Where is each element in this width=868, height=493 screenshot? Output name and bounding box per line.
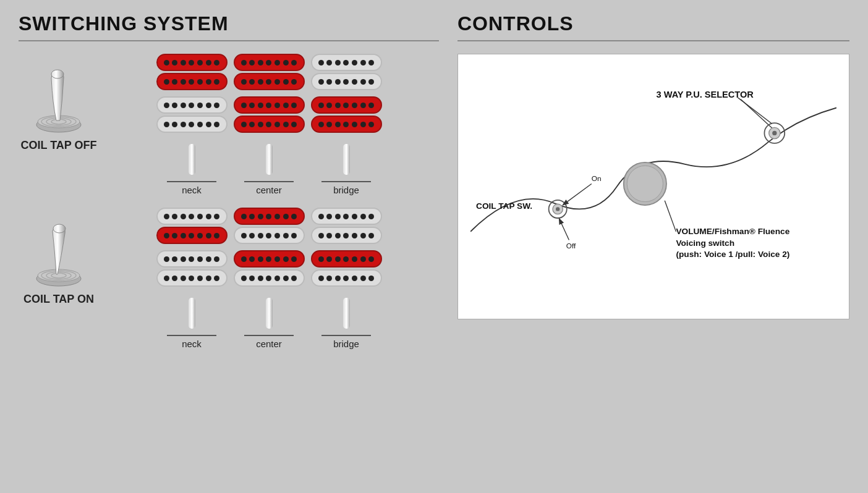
bridge-on-lower-pair [311,250,382,287]
svg-text:3 WAY P.U. SELECTOR: 3 WAY P.U. SELECTOR [657,90,754,99]
coil-tap-on-left: COIL TAP ON [19,208,99,306]
dot [258,276,263,281]
dot [181,256,186,262]
bridge-pickup-on [311,208,382,290]
bridge-on-coil-1 [311,208,382,225]
dot [181,233,186,238]
bridge-coil-4 [311,116,382,133]
dot [172,276,177,281]
dot [241,122,247,127]
dot [343,276,349,281]
dot [164,233,169,238]
dot [318,276,324,281]
dot [266,122,271,127]
dot [326,233,332,238]
dot [249,103,255,108]
dot [214,79,219,85]
dot [214,122,219,127]
dot [249,233,255,238]
dot [189,256,194,262]
dot [274,122,280,127]
dot [181,122,186,127]
dot [266,103,271,108]
bridge-switch-on: bridge [311,298,382,349]
dot [164,60,169,65]
coil-tap-off-left: COIL TAP OFF [19,54,99,152]
neck-upper-pair [156,54,228,90]
neck-lever-off-icon [184,144,199,181]
dot [291,103,297,108]
dot [206,103,211,108]
center-on-coil-2 [234,227,305,244]
coil-tap-off-label: COIL TAP OFF [20,139,96,152]
dot [197,79,203,85]
dot [189,103,194,108]
dot [335,60,341,65]
dot [241,214,247,219]
dot [335,256,341,262]
dot [172,103,177,108]
bridge-upper-pair [311,54,382,90]
dot [326,214,332,219]
dot [266,276,271,281]
dot [318,79,324,85]
dot [197,214,203,219]
dot [164,214,169,219]
dot [249,122,255,127]
svg-point-5 [51,70,64,78]
center-switch-off: center [234,144,305,195]
dot [197,122,203,127]
svg-text:(push: Voice 1 /pull: Voice 2): (push: Voice 1 /pull: Voice 2) [676,250,789,259]
svg-point-28 [627,166,663,201]
dot [266,256,271,262]
center-switch-on: center [234,298,305,349]
neck-label-on: neck [182,339,202,349]
neck-switch-on: neck [156,298,228,349]
dot [241,103,247,108]
dot [283,276,289,281]
controls-title: CONTROLS [457,12,849,35]
dot [258,214,263,219]
bridge-lower-pair [311,96,382,133]
dot [352,103,357,108]
bridge-lever-on-icon [339,298,354,335]
dot [197,233,203,238]
center-coil-4 [234,116,305,133]
dot [274,79,280,85]
dot [181,103,186,108]
dot [206,256,211,262]
dot [206,214,211,219]
dot [326,79,332,85]
toggle-switch-off-icon [34,66,83,134]
dot [291,276,297,281]
neck-switch-on-base [167,335,216,336]
dot [164,103,169,108]
dot [360,214,366,219]
dot [214,214,219,219]
bridge-coil-3 [311,96,382,114]
bridge-on-coil-3 [311,250,382,268]
dot [241,233,247,238]
neck-coil-3 [156,96,228,114]
dot [318,214,324,219]
dot [172,233,177,238]
dot [352,122,357,127]
dot [335,214,341,219]
dot [318,233,324,238]
coil-tap-off-pickups: neck center bridge [99,54,439,195]
switching-system-title: SWITCHING SYSTEM [19,12,439,35]
dot [249,214,255,219]
neck-on-coil-4 [156,269,228,287]
dot [283,79,289,85]
svg-rect-8 [343,144,350,175]
neck-on-coil-2 [156,227,228,244]
svg-text:Off: Off [566,242,576,250]
center-on-coil-4 [234,269,305,287]
svg-point-24 [556,207,560,211]
svg-rect-7 [266,144,273,175]
switches-off-row: neck center bridge [99,144,439,195]
dot [283,122,289,127]
dot [164,122,169,127]
dot [326,60,332,65]
dot [181,60,186,65]
